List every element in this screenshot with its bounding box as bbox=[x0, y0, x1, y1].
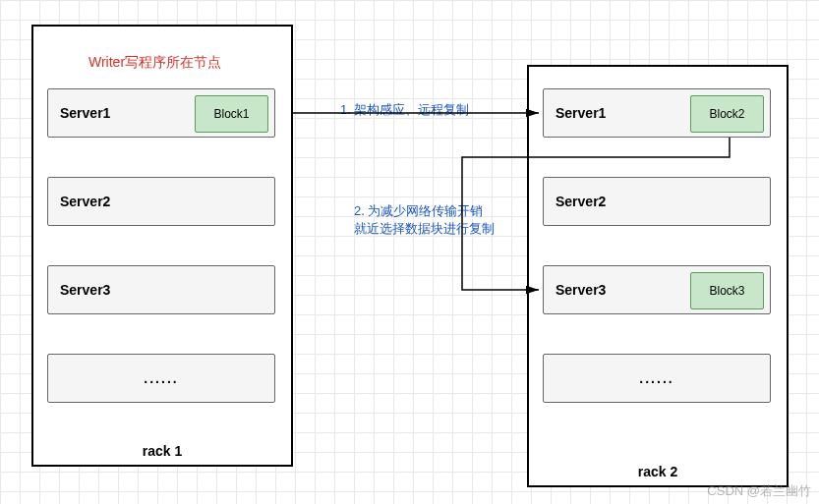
right-server-4: ...... bbox=[543, 354, 771, 403]
annotation-2-line1: 2. 为减少网络传输开销 bbox=[354, 202, 495, 220]
left-server-3: Server3 bbox=[47, 265, 275, 314]
right-server-1: Server1 Block2 bbox=[543, 88, 771, 138]
annotation-1: 1. 架构感应、远程复制 bbox=[340, 101, 469, 119]
left-server-3-label: Server3 bbox=[60, 282, 110, 298]
annotation-2-line2: 就近选择数据块进行复制 bbox=[354, 220, 495, 238]
block-2: Block2 bbox=[690, 95, 764, 133]
block-1: Block1 bbox=[195, 95, 268, 133]
left-server-2-label: Server2 bbox=[60, 194, 110, 209]
annotation-2: 2. 为减少网络传输开销 就近选择数据块进行复制 bbox=[354, 202, 495, 238]
watermark: CSDN @若兰幽竹 bbox=[707, 482, 811, 500]
block-3: Block3 bbox=[690, 272, 764, 309]
block-1-label: Block1 bbox=[213, 107, 249, 121]
left-server-2: Server2 bbox=[47, 177, 275, 226]
right-server-1-label: Server1 bbox=[556, 105, 606, 121]
left-server-1: Server1 Block1 bbox=[47, 88, 275, 138]
rack-2-label: rack 2 bbox=[638, 464, 677, 479]
block-3-label: Block3 bbox=[709, 284, 744, 298]
right-server-2: Server2 bbox=[543, 177, 771, 226]
right-server-4-label: ...... bbox=[639, 370, 673, 386]
left-server-1-label: Server1 bbox=[60, 105, 110, 121]
left-server-4-label: ...... bbox=[144, 370, 178, 386]
rack-1-label: rack 1 bbox=[143, 443, 182, 459]
left-server-4: ...... bbox=[47, 354, 275, 403]
right-server-2-label: Server2 bbox=[556, 194, 606, 209]
right-server-3-label: Server3 bbox=[556, 282, 606, 298]
right-server-3: Server3 Block3 bbox=[543, 265, 771, 314]
block-2-label: Block2 bbox=[709, 107, 744, 121]
writer-label: Writer写程序所在节点 bbox=[88, 54, 221, 72]
